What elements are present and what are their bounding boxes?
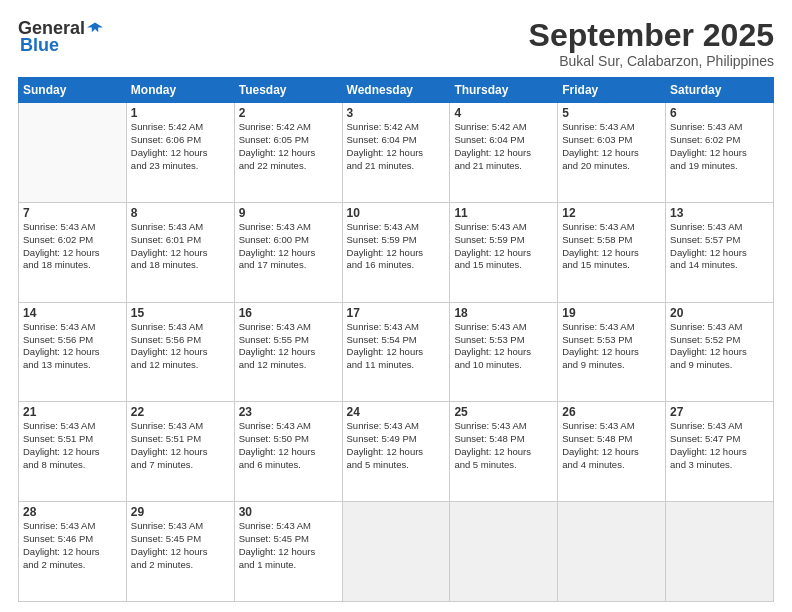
day-number: 2	[239, 106, 338, 120]
calendar-cell	[450, 502, 558, 602]
day-detail: Sunrise: 5:43 AM Sunset: 5:54 PM Dayligh…	[347, 321, 446, 372]
day-header-tuesday: Tuesday	[234, 78, 342, 103]
day-number: 7	[23, 206, 122, 220]
day-detail: Sunrise: 5:43 AM Sunset: 5:56 PM Dayligh…	[131, 321, 230, 372]
day-detail: Sunrise: 5:43 AM Sunset: 5:51 PM Dayligh…	[23, 420, 122, 471]
day-detail: Sunrise: 5:42 AM Sunset: 6:04 PM Dayligh…	[454, 121, 553, 172]
calendar-cell: 6Sunrise: 5:43 AM Sunset: 6:02 PM Daylig…	[666, 103, 774, 203]
calendar-cell: 20Sunrise: 5:43 AM Sunset: 5:52 PM Dayli…	[666, 302, 774, 402]
day-header-friday: Friday	[558, 78, 666, 103]
day-number: 21	[23, 405, 122, 419]
day-number: 24	[347, 405, 446, 419]
calendar-cell: 26Sunrise: 5:43 AM Sunset: 5:48 PM Dayli…	[558, 402, 666, 502]
title-block: September 2025 Bukal Sur, Calabarzon, Ph…	[529, 18, 774, 69]
svg-marker-0	[87, 22, 103, 32]
calendar-table: SundayMondayTuesdayWednesdayThursdayFrid…	[18, 77, 774, 602]
day-number: 12	[562, 206, 661, 220]
day-detail: Sunrise: 5:43 AM Sunset: 5:59 PM Dayligh…	[347, 221, 446, 272]
day-header-sunday: Sunday	[19, 78, 127, 103]
calendar-week-5: 28Sunrise: 5:43 AM Sunset: 5:46 PM Dayli…	[19, 502, 774, 602]
calendar-cell: 7Sunrise: 5:43 AM Sunset: 6:02 PM Daylig…	[19, 202, 127, 302]
calendar-cell: 5Sunrise: 5:43 AM Sunset: 6:03 PM Daylig…	[558, 103, 666, 203]
calendar-cell: 8Sunrise: 5:43 AM Sunset: 6:01 PM Daylig…	[126, 202, 234, 302]
page-subtitle: Bukal Sur, Calabarzon, Philippines	[529, 53, 774, 69]
day-detail: Sunrise: 5:43 AM Sunset: 5:48 PM Dayligh…	[454, 420, 553, 471]
day-number: 27	[670, 405, 769, 419]
calendar-week-1: 1Sunrise: 5:42 AM Sunset: 6:06 PM Daylig…	[19, 103, 774, 203]
day-number: 8	[131, 206, 230, 220]
calendar-cell: 27Sunrise: 5:43 AM Sunset: 5:47 PM Dayli…	[666, 402, 774, 502]
day-number: 26	[562, 405, 661, 419]
calendar-header-row: SundayMondayTuesdayWednesdayThursdayFrid…	[19, 78, 774, 103]
calendar-cell: 17Sunrise: 5:43 AM Sunset: 5:54 PM Dayli…	[342, 302, 450, 402]
day-detail: Sunrise: 5:43 AM Sunset: 5:47 PM Dayligh…	[670, 420, 769, 471]
day-detail: Sunrise: 5:43 AM Sunset: 6:02 PM Dayligh…	[670, 121, 769, 172]
day-detail: Sunrise: 5:43 AM Sunset: 5:59 PM Dayligh…	[454, 221, 553, 272]
calendar-week-2: 7Sunrise: 5:43 AM Sunset: 6:02 PM Daylig…	[19, 202, 774, 302]
logo-bird-icon	[87, 21, 103, 37]
day-header-thursday: Thursday	[450, 78, 558, 103]
calendar-cell	[558, 502, 666, 602]
calendar-cell: 18Sunrise: 5:43 AM Sunset: 5:53 PM Dayli…	[450, 302, 558, 402]
day-number: 19	[562, 306, 661, 320]
day-header-saturday: Saturday	[666, 78, 774, 103]
day-number: 13	[670, 206, 769, 220]
day-detail: Sunrise: 5:43 AM Sunset: 5:53 PM Dayligh…	[562, 321, 661, 372]
day-detail: Sunrise: 5:43 AM Sunset: 5:45 PM Dayligh…	[239, 520, 338, 571]
calendar-cell: 11Sunrise: 5:43 AM Sunset: 5:59 PM Dayli…	[450, 202, 558, 302]
day-detail: Sunrise: 5:43 AM Sunset: 6:02 PM Dayligh…	[23, 221, 122, 272]
day-detail: Sunrise: 5:43 AM Sunset: 5:45 PM Dayligh…	[131, 520, 230, 571]
calendar-week-4: 21Sunrise: 5:43 AM Sunset: 5:51 PM Dayli…	[19, 402, 774, 502]
day-detail: Sunrise: 5:43 AM Sunset: 5:55 PM Dayligh…	[239, 321, 338, 372]
day-number: 4	[454, 106, 553, 120]
day-number: 29	[131, 505, 230, 519]
day-number: 20	[670, 306, 769, 320]
calendar-cell: 19Sunrise: 5:43 AM Sunset: 5:53 PM Dayli…	[558, 302, 666, 402]
day-number: 23	[239, 405, 338, 419]
day-detail: Sunrise: 5:43 AM Sunset: 6:01 PM Dayligh…	[131, 221, 230, 272]
day-number: 11	[454, 206, 553, 220]
calendar-cell: 4Sunrise: 5:42 AM Sunset: 6:04 PM Daylig…	[450, 103, 558, 203]
day-detail: Sunrise: 5:43 AM Sunset: 5:51 PM Dayligh…	[131, 420, 230, 471]
day-detail: Sunrise: 5:42 AM Sunset: 6:05 PM Dayligh…	[239, 121, 338, 172]
calendar-cell: 14Sunrise: 5:43 AM Sunset: 5:56 PM Dayli…	[19, 302, 127, 402]
day-number: 17	[347, 306, 446, 320]
calendar-cell: 12Sunrise: 5:43 AM Sunset: 5:58 PM Dayli…	[558, 202, 666, 302]
day-number: 5	[562, 106, 661, 120]
calendar-cell: 13Sunrise: 5:43 AM Sunset: 5:57 PM Dayli…	[666, 202, 774, 302]
calendar-cell: 15Sunrise: 5:43 AM Sunset: 5:56 PM Dayli…	[126, 302, 234, 402]
logo: General Blue	[18, 18, 103, 56]
day-detail: Sunrise: 5:43 AM Sunset: 5:49 PM Dayligh…	[347, 420, 446, 471]
day-number: 3	[347, 106, 446, 120]
day-number: 14	[23, 306, 122, 320]
day-detail: Sunrise: 5:43 AM Sunset: 5:57 PM Dayligh…	[670, 221, 769, 272]
day-detail: Sunrise: 5:43 AM Sunset: 5:48 PM Dayligh…	[562, 420, 661, 471]
day-detail: Sunrise: 5:43 AM Sunset: 5:50 PM Dayligh…	[239, 420, 338, 471]
calendar-cell: 9Sunrise: 5:43 AM Sunset: 6:00 PM Daylig…	[234, 202, 342, 302]
day-number: 1	[131, 106, 230, 120]
calendar-cell: 1Sunrise: 5:42 AM Sunset: 6:06 PM Daylig…	[126, 103, 234, 203]
day-detail: Sunrise: 5:43 AM Sunset: 5:52 PM Dayligh…	[670, 321, 769, 372]
day-detail: Sunrise: 5:43 AM Sunset: 5:56 PM Dayligh…	[23, 321, 122, 372]
calendar-cell: 10Sunrise: 5:43 AM Sunset: 5:59 PM Dayli…	[342, 202, 450, 302]
day-detail: Sunrise: 5:43 AM Sunset: 5:53 PM Dayligh…	[454, 321, 553, 372]
page: General Blue September 2025 Bukal Sur, C…	[0, 0, 792, 612]
calendar-cell: 2Sunrise: 5:42 AM Sunset: 6:05 PM Daylig…	[234, 103, 342, 203]
calendar-cell: 22Sunrise: 5:43 AM Sunset: 5:51 PM Dayli…	[126, 402, 234, 502]
day-header-monday: Monday	[126, 78, 234, 103]
calendar-cell: 25Sunrise: 5:43 AM Sunset: 5:48 PM Dayli…	[450, 402, 558, 502]
day-number: 16	[239, 306, 338, 320]
header: General Blue September 2025 Bukal Sur, C…	[18, 18, 774, 69]
page-title: September 2025	[529, 18, 774, 53]
day-detail: Sunrise: 5:42 AM Sunset: 6:04 PM Dayligh…	[347, 121, 446, 172]
calendar-cell	[666, 502, 774, 602]
logo-blue-text: Blue	[20, 35, 59, 56]
day-number: 30	[239, 505, 338, 519]
day-number: 15	[131, 306, 230, 320]
day-number: 25	[454, 405, 553, 419]
calendar-cell: 23Sunrise: 5:43 AM Sunset: 5:50 PM Dayli…	[234, 402, 342, 502]
day-header-wednesday: Wednesday	[342, 78, 450, 103]
calendar-cell	[342, 502, 450, 602]
calendar-cell: 29Sunrise: 5:43 AM Sunset: 5:45 PM Dayli…	[126, 502, 234, 602]
day-detail: Sunrise: 5:43 AM Sunset: 6:00 PM Dayligh…	[239, 221, 338, 272]
